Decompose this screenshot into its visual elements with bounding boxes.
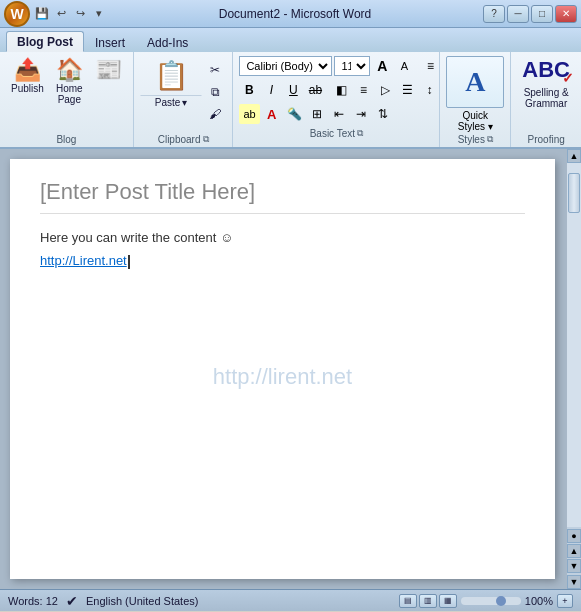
bullets-button[interactable]: ≡ xyxy=(420,56,440,76)
quick-styles-gallery[interactable]: A xyxy=(446,56,504,108)
redo-button[interactable]: ↪ xyxy=(72,6,88,22)
copy-button[interactable]: ⧉ xyxy=(204,82,226,102)
blog-icon: 📰 xyxy=(95,59,122,81)
indent-decrease-button[interactable]: ⇤ xyxy=(329,104,349,124)
language-indicator[interactable]: English (United States) xyxy=(86,595,199,607)
tab-insert[interactable]: Insert xyxy=(84,32,136,52)
save-button[interactable]: 💾 xyxy=(34,6,50,22)
scroll-extra-buttons: ● ▲ ▼ xyxy=(567,527,581,575)
document-area[interactable]: [Enter Post Title Here] Here you can wri… xyxy=(0,149,567,589)
basic-text-content: Calibri (Body) 11 A A ≡ ≡ B I U ab ◧ ≡ xyxy=(239,56,433,126)
ribbon-tabs: Blog Post Insert Add-Ins xyxy=(0,28,581,52)
view-web-button[interactable]: ▥ xyxy=(419,594,437,608)
strikethrough-button[interactable]: ab xyxy=(305,80,325,100)
content-text: Here you can write the content xyxy=(40,230,220,245)
clipboard-group-label: Clipboard ⧉ xyxy=(140,134,227,145)
shrink-font-button[interactable]: A xyxy=(394,56,414,76)
justify-button[interactable]: ☰ xyxy=(397,80,417,100)
clipboard-expand-icon[interactable]: ⧉ xyxy=(203,134,209,145)
vertical-scrollbar[interactable]: ▲ ● ▲ ▼ ▼ xyxy=(567,149,581,589)
blog-group-label: Blog xyxy=(6,134,127,145)
bold-button[interactable]: B xyxy=(239,80,259,100)
title-bar: W 💾 ↩ ↪ ▾ Document2 - Microsoft Word ? ─… xyxy=(0,0,581,28)
undo-button[interactable]: ↩ xyxy=(53,6,69,22)
ribbon-group-clipboard: 📋 Paste ▾ ✂ ⧉ 🖌 Clipboard ⧉ xyxy=(134,52,234,147)
underline-button[interactable]: U xyxy=(283,80,303,100)
quick-styles-dropdown[interactable]: ▾ xyxy=(488,121,493,132)
basic-text-expand-icon[interactable]: ⧉ xyxy=(357,128,363,139)
select-browse-button[interactable]: ● xyxy=(567,529,581,543)
zoom-in-button[interactable]: + xyxy=(557,594,573,608)
quick-styles-button[interactable]: QuickStyles ▾ xyxy=(458,110,493,132)
customize-qa-button[interactable]: ▾ xyxy=(91,6,107,22)
line-spacing-button[interactable]: ↕ xyxy=(419,80,439,100)
align-right-button[interactable]: ▷ xyxy=(375,80,395,100)
blog-icon-button[interactable]: 📰 xyxy=(90,56,127,86)
shading-button[interactable]: 🔦 xyxy=(284,104,305,124)
status-left: Words: 12 ✔ English (United States) xyxy=(8,593,198,609)
spelling-button[interactable]: ABC ✓ Spelling &Grammar xyxy=(517,56,575,112)
grow-font-button[interactable]: A xyxy=(372,56,392,76)
format-painter-button[interactable]: 🖌 xyxy=(204,104,226,124)
font-name-select[interactable]: Calibri (Body) xyxy=(239,56,332,76)
blog-group-content: 📤 Publish 🏠 HomePage 📰 xyxy=(6,56,127,132)
font-color-button[interactable]: A xyxy=(262,104,282,124)
styles-content: A QuickStyles ▾ xyxy=(446,56,504,132)
zoom-level[interactable]: 100% xyxy=(525,595,553,607)
checkmark-icon: ✓ xyxy=(562,71,574,85)
view-normal-button[interactable]: ▤ xyxy=(399,594,417,608)
publish-button[interactable]: 📤 Publish xyxy=(6,56,49,97)
tab-add-ins[interactable]: Add-Ins xyxy=(136,32,199,52)
scroll-thumb[interactable] xyxy=(568,173,580,213)
home-page-icon: 🏠 xyxy=(56,59,83,81)
ribbon-group-styles: A QuickStyles ▾ Styles ⧉ xyxy=(440,52,511,147)
styles-expand-icon[interactable]: ⧉ xyxy=(487,134,493,145)
maximize-button[interactable]: □ xyxy=(531,5,553,23)
spelling-label: Spelling &Grammar xyxy=(524,87,569,109)
proofing-group-content: ABC ✓ Spelling &Grammar xyxy=(517,56,575,132)
styles-a-icon: A xyxy=(465,66,485,98)
scroll-up-button[interactable]: ▲ xyxy=(567,149,581,163)
highlight-color-button[interactable]: ab xyxy=(239,104,259,124)
content-line: Here you can write the content ☺ xyxy=(40,230,525,245)
styles-group-content: A QuickStyles ▾ xyxy=(446,56,504,132)
scroll-track[interactable] xyxy=(567,163,581,527)
status-right: ▤ ▥ ▦ 100% + xyxy=(399,594,573,608)
border-button[interactable]: ⊞ xyxy=(307,104,327,124)
text-cursor xyxy=(128,255,130,269)
font-size-select[interactable]: 11 xyxy=(334,56,370,76)
watermark: http://lirent.net xyxy=(213,364,352,390)
zoom-thumb[interactable] xyxy=(496,596,506,606)
zoom-slider[interactable] xyxy=(461,597,521,605)
cut-button[interactable]: ✂ xyxy=(204,60,226,80)
ribbon-group-blog: 📤 Publish 🏠 HomePage 📰 Blog xyxy=(0,52,134,147)
quick-access-toolbar: 💾 ↩ ↪ ▾ xyxy=(34,6,107,22)
italic-button[interactable]: I xyxy=(261,80,281,100)
help-button[interactable]: ? xyxy=(483,5,505,23)
paste-dropdown-button[interactable]: Paste ▾ xyxy=(140,95,203,110)
document-container: [Enter Post Title Here] Here you can wri… xyxy=(0,149,581,589)
basic-text-group-label: Basic Text ⧉ xyxy=(239,128,433,139)
view-reading-button[interactable]: ▦ xyxy=(439,594,457,608)
spell-check-icon[interactable]: ✔ xyxy=(66,593,78,609)
align-left-button[interactable]: ◧ xyxy=(331,80,351,100)
home-page-button[interactable]: 🏠 HomePage xyxy=(51,56,88,108)
scroll-down-button[interactable]: ▼ xyxy=(567,575,581,589)
document-link[interactable]: http://Lirent.net xyxy=(40,253,525,269)
indent-increase-button[interactable]: ⇥ xyxy=(351,104,371,124)
document-page[interactable]: [Enter Post Title Here] Here you can wri… xyxy=(10,159,555,579)
prev-page-button[interactable]: ▲ xyxy=(567,544,581,558)
close-button[interactable]: ✕ xyxy=(555,5,577,23)
paste-button[interactable]: 📋 xyxy=(147,56,196,95)
paste-label: Paste xyxy=(155,97,181,108)
next-page-button[interactable]: ▼ xyxy=(567,559,581,573)
word-count[interactable]: Words: 12 xyxy=(8,595,58,607)
align-center-button[interactable]: ≡ xyxy=(353,80,373,100)
post-title-placeholder[interactable]: [Enter Post Title Here] xyxy=(40,179,525,214)
office-button[interactable]: W xyxy=(4,1,30,27)
styles-group-label: Styles ⧉ xyxy=(446,134,504,145)
tab-blog-post[interactable]: Blog Post xyxy=(6,31,84,52)
minimize-button[interactable]: ─ xyxy=(507,5,529,23)
publish-label: Publish xyxy=(11,83,44,94)
sort-button[interactable]: ⇅ xyxy=(373,104,393,124)
